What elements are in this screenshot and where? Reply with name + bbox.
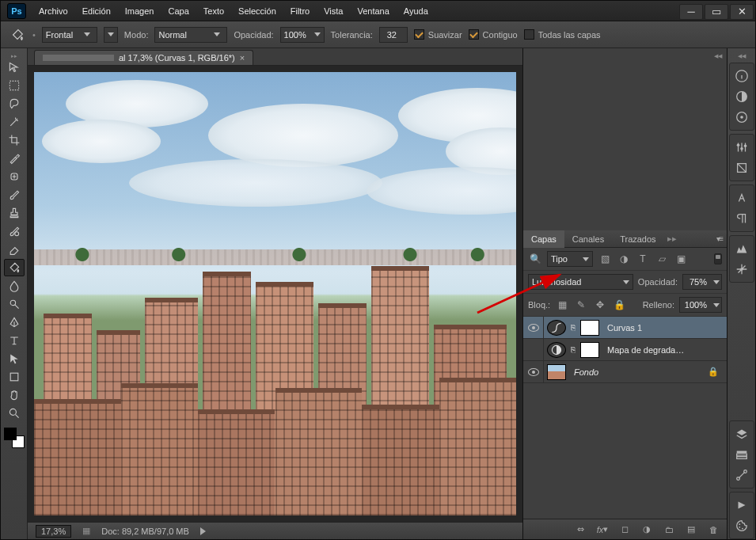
dodge-tool[interactable] [4, 295, 25, 313]
dock-collapse-handle[interactable]: ◀◀ [738, 53, 746, 59]
tolerance-field[interactable] [379, 27, 408, 43]
image-thumb[interactable] [547, 364, 566, 380]
wand-tool[interactable] [4, 113, 25, 131]
stamp-tool[interactable] [4, 204, 25, 222]
layer-opacity-field[interactable] [682, 274, 722, 290]
layer-visibility-toggle[interactable] [523, 339, 544, 360]
canvas-area[interactable] [28, 66, 522, 522]
close-tab-icon[interactable]: × [240, 53, 245, 63]
fill-field[interactable] [679, 297, 722, 313]
tab-paths[interactable]: Trazados [612, 230, 663, 248]
eyedropper-tool[interactable] [4, 150, 25, 167]
shape-tool[interactable] [4, 368, 25, 386]
minimize-button[interactable]: ─ [679, 4, 703, 20]
layer-fx-icon[interactable]: fx▾ [595, 523, 610, 537]
filter-shape-icon[interactable]: ▱ [655, 253, 669, 265]
color-panel-icon[interactable] [731, 87, 752, 106]
add-mask-icon[interactable]: ◻ [617, 523, 632, 537]
blend-mode-panel-select[interactable] [528, 274, 633, 290]
navigator-panel-icon[interactable] [731, 260, 752, 279]
actions-dock-icon[interactable] [731, 496, 752, 515]
character-panel-icon[interactable] [731, 188, 752, 207]
fill-source-select[interactable] [42, 27, 97, 43]
new-layer-icon[interactable]: ▤ [684, 523, 698, 537]
filter-smart-icon[interactable]: ▣ [674, 253, 688, 265]
contiguous-checkbox[interactable] [469, 29, 479, 40]
path-select-tool[interactable] [4, 350, 25, 367]
styles-panel-icon[interactable] [731, 158, 752, 177]
menu-layer[interactable]: Capa [161, 4, 195, 18]
blend-mode-select[interactable] [154, 27, 227, 43]
layer-filter-select[interactable] [547, 251, 593, 267]
marquee-tool[interactable] [4, 77, 25, 94]
tab-channels[interactable]: Canales [564, 230, 612, 248]
menu-text[interactable]: Texto [197, 4, 230, 18]
link-layers-icon[interactable]: ⇔ [573, 523, 587, 537]
adjustments-panel-icon[interactable] [731, 138, 752, 157]
paragraph-panel-icon[interactable] [731, 209, 752, 228]
lasso-tool[interactable] [4, 95, 25, 112]
blur-tool[interactable] [4, 277, 25, 295]
panel-collapse-icon[interactable]: ▸▸ [664, 234, 680, 244]
tools-collapse-handle[interactable]: ▸▸ [1, 53, 27, 58]
palette-dock-icon[interactable] [731, 516, 752, 535]
move-tool[interactable] [4, 59, 25, 76]
filter-pixel-icon[interactable]: ▧ [598, 253, 612, 265]
brush-tool[interactable] [4, 186, 25, 203]
layer-row[interactable]: ⎘ Mapa de degrada… [523, 339, 727, 361]
panel-menu-icon[interactable]: ▾≡ [712, 234, 727, 243]
channels-dock-icon[interactable] [731, 445, 752, 464]
antialias-checkbox[interactable] [414, 29, 424, 40]
delete-layer-icon[interactable]: 🗑 [706, 523, 720, 537]
document-tab[interactable]: al 17,3% (Curvas 1, RGB/16*) × [34, 50, 253, 65]
menu-help[interactable]: Ayuda [397, 4, 435, 18]
adjustment-thumb[interactable] [547, 342, 566, 358]
menu-view[interactable]: Vista [317, 4, 349, 18]
menu-select[interactable]: Selección [232, 4, 283, 18]
filter-type-icon[interactable]: T [636, 253, 650, 265]
layers-dock-icon[interactable] [731, 424, 752, 443]
histogram-panel-icon[interactable] [731, 239, 752, 258]
menu-filter[interactable]: Filtro [284, 4, 316, 18]
info-panel-icon[interactable] [731, 67, 752, 86]
type-tool[interactable] [4, 332, 25, 349]
lock-all-icon[interactable]: 🔒 [612, 299, 626, 311]
menu-window[interactable]: Ventana [351, 4, 395, 18]
foreground-color-swatch[interactable] [4, 428, 17, 440]
layer-visibility-toggle[interactable] [523, 317, 544, 338]
menu-image[interactable]: Imagen [119, 4, 161, 18]
lock-transparent-icon[interactable]: ▦ [555, 299, 569, 311]
menu-file[interactable]: Archivo [32, 4, 74, 18]
new-group-icon[interactable]: 🗀 [662, 523, 676, 537]
filter-adjust-icon[interactable]: ◑ [617, 253, 631, 265]
filter-toggle-switch[interactable] [714, 253, 722, 264]
new-adjustment-icon[interactable]: ◑ [640, 523, 654, 537]
zoom-field[interactable]: 17,3% [36, 525, 71, 538]
tab-layers[interactable]: Capas [523, 230, 564, 248]
all-layers-checkbox[interactable] [524, 29, 534, 40]
eraser-tool[interactable] [4, 241, 25, 258]
pen-tool[interactable] [4, 314, 25, 331]
paths-dock-icon[interactable] [731, 466, 752, 485]
layer-row[interactable]: Fondo 🔒 [523, 361, 727, 383]
maximize-button[interactable]: ▭ [705, 4, 728, 20]
layer-name[interactable]: Mapa de degrada… [607, 345, 727, 355]
swatches-panel-icon[interactable] [731, 108, 752, 127]
zoom-tool[interactable] [4, 405, 25, 422]
hand-tool[interactable] [4, 386, 25, 404]
menu-edit[interactable]: Edición [76, 4, 117, 18]
bucket-tool[interactable] [4, 259, 25, 276]
color-swatches[interactable] [4, 428, 25, 448]
layer-name[interactable]: Curvas 1 [607, 323, 727, 333]
layer-visibility-toggle[interactable] [523, 361, 544, 382]
crop-tool[interactable] [4, 131, 25, 149]
history-brush-tool[interactable] [4, 222, 25, 240]
mask-thumb[interactable] [580, 342, 599, 358]
healing-tool[interactable] [4, 168, 25, 185]
layer-name[interactable]: Fondo [574, 367, 708, 377]
mask-thumb[interactable] [580, 320, 599, 336]
document-canvas[interactable] [34, 72, 516, 515]
layer-row[interactable]: ⎘ Curvas 1 [523, 317, 727, 339]
adjustment-thumb[interactable] [547, 320, 566, 336]
close-button[interactable]: ✕ [730, 4, 754, 20]
